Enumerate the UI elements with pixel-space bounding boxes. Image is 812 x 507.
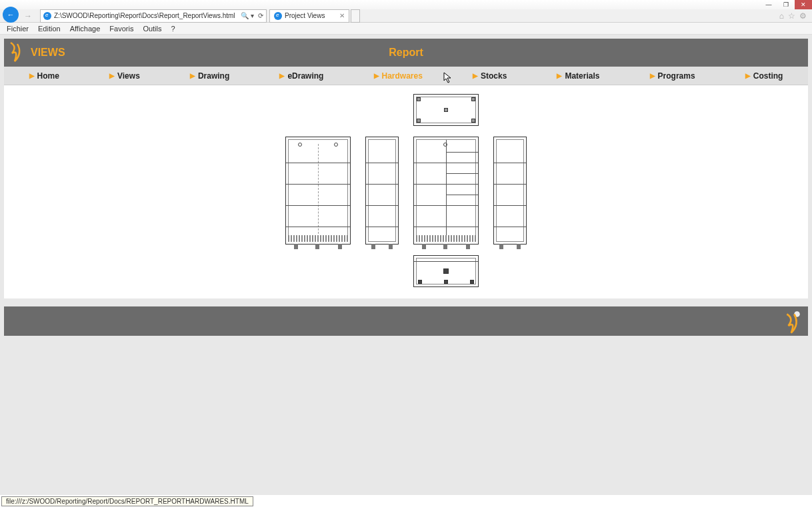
views-content	[4, 85, 808, 298]
orthographic-views-grid	[282, 93, 530, 290]
report-footer	[4, 306, 808, 336]
close-button[interactable]: ✕	[795, 0, 812, 9]
nav-home[interactable]: ▶Home	[29, 71, 59, 81]
nav-views[interactable]: ▶Views	[109, 71, 140, 81]
report-label: Report	[389, 47, 423, 59]
nav-costing[interactable]: ▶Costing	[745, 71, 783, 81]
nav-stocks[interactable]: ▶Stocks	[473, 71, 507, 81]
page-body: VIEWS Report ▶Home ▶Views ▶Drawing ▶eDra…	[0, 35, 812, 340]
triangle-icon: ▶	[473, 72, 478, 79]
swood-logo	[8, 41, 24, 64]
triangle-icon: ▶	[109, 72, 115, 79]
triangle-icon: ▶	[374, 72, 379, 79]
front-view-drawing	[285, 137, 351, 245]
home-icon[interactable]: ⌂	[779, 11, 784, 21]
status-url: file:///z:/SWOOD/Reporting/Report/Docs/R…	[1, 496, 253, 506]
browser-toolbar: ← → Z:\SWOOD\Reporting\Report\Docs\Repor…	[0, 9, 812, 23]
address-bar[interactable]: Z:\SWOOD\Reporting\Report\Docs\Report_Re…	[40, 9, 267, 23]
favorites-icon[interactable]: ☆	[788, 11, 795, 21]
menu-affichage[interactable]: Affichage	[66, 24, 105, 33]
bottom-view-drawing	[413, 255, 479, 287]
search-icon[interactable]: 🔍 ▾	[241, 12, 254, 19]
nav-hardwares[interactable]: ▶Hardwares	[374, 71, 423, 81]
nav-drawing[interactable]: ▶Drawing	[190, 71, 229, 81]
menu-help[interactable]: ?	[167, 24, 179, 33]
triangle-icon: ▶	[557, 72, 562, 79]
tab-favicon	[274, 12, 282, 20]
minimize-button[interactable]: —	[760, 0, 777, 9]
top-view-drawing	[413, 94, 479, 126]
maximize-button[interactable]: ❐	[777, 0, 795, 9]
browser-tab[interactable]: Project Views ✕	[269, 9, 349, 23]
report-header: VIEWS Report	[4, 39, 808, 67]
browser-statusbar: file:///z:/SWOOD/Reporting/Report/Docs/R…	[0, 495, 812, 507]
menu-outils[interactable]: Outils	[139, 24, 165, 33]
tools-icon[interactable]: ⚙	[799, 11, 807, 21]
nav-materials[interactable]: ▶Materials	[557, 71, 599, 81]
left-view-drawing	[365, 137, 399, 245]
menu-favoris[interactable]: Favoris	[105, 24, 137, 33]
page-background	[0, 340, 812, 500]
back-view-drawing	[413, 137, 479, 245]
back-button[interactable]: ←	[3, 7, 19, 23]
tab-title: Project Views	[285, 12, 325, 19]
nav-edrawing[interactable]: ▶eDrawing	[279, 71, 323, 81]
refresh-icon[interactable]: ⟳	[258, 12, 263, 19]
triangle-icon: ▶	[190, 72, 195, 79]
ie-icon	[43, 12, 51, 20]
triangle-icon: ▶	[29, 72, 35, 79]
forward-button[interactable]: →	[19, 7, 37, 25]
new-tab-button[interactable]	[351, 9, 360, 23]
nav-programs[interactable]: ▶Programs	[650, 71, 695, 81]
address-text: Z:\SWOOD\Reporting\Report\Docs\Report_Re…	[54, 12, 235, 19]
triangle-icon: ▶	[279, 72, 285, 79]
window-titlebar: — ❐ ✕	[0, 0, 812, 9]
tab-close-icon[interactable]: ✕	[339, 12, 345, 19]
report-nav: ▶Home ▶Views ▶Drawing ▶eDrawing ▶Hardwar…	[4, 67, 808, 85]
triangle-icon: ▶	[745, 72, 751, 79]
menu-edition[interactable]: Edition	[34, 24, 65, 33]
menu-fichier[interactable]: Fichier	[3, 24, 33, 33]
triangle-icon: ▶	[650, 72, 655, 79]
footer-logo	[784, 310, 801, 332]
menu-bar: Fichier Edition Affichage Favoris Outils…	[0, 23, 812, 35]
page-title: VIEWS	[31, 47, 65, 59]
right-view-drawing	[493, 137, 527, 245]
